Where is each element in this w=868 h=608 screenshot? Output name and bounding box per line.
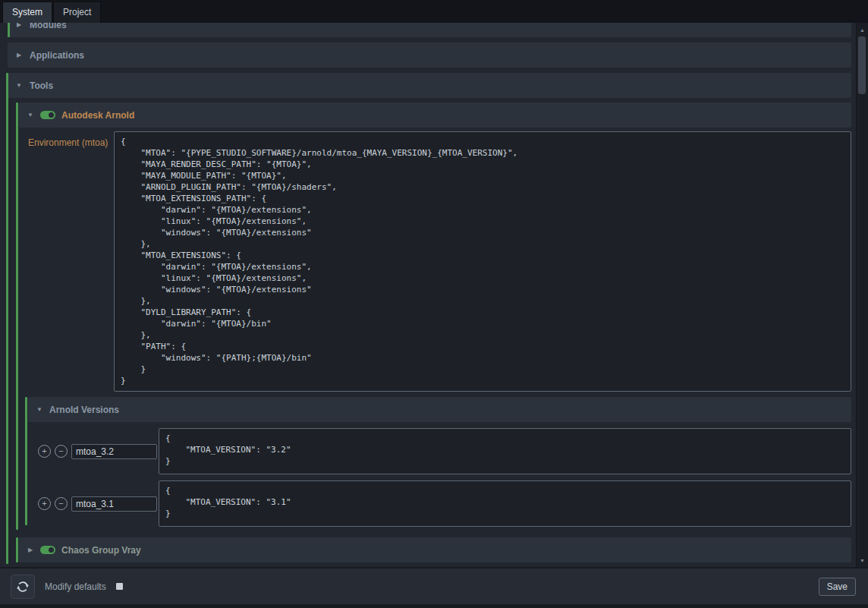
modify-defaults-label: Modify defaults [45,581,106,592]
settings-window: System Project ▶ Modules ▶ Applications … [0,0,868,608]
arrow-up-icon: ▲ [860,27,865,33]
add-item-button[interactable]: + [38,497,51,510]
version-row-controls: + − [28,444,157,459]
section-header-applications[interactable]: ▶ Applications [8,43,851,68]
tools-body: ▼ Autodesk Arnold Environment (mtoa) { "… [8,98,851,567]
arrow-down-icon: ▼ [860,558,865,563]
arnold-enabled-toggle[interactable] [40,111,55,119]
footer-bar: Modify defaults Save [0,567,868,608]
chevron-right-icon: ▶ [27,547,34,553]
section-label-applications: Applications [30,50,84,61]
chevron-down-icon: ▼ [15,82,23,89]
vertical-scrollbar[interactable]: ▲ ▼ [856,23,868,567]
tab-project[interactable]: Project [53,2,101,23]
group-header-autodesk-arnold[interactable]: ▼ Autodesk Arnold [19,102,851,128]
group-header-chaos-group-vray[interactable]: ▶ Chaos Group Vray [19,537,851,562]
version-json-textarea[interactable]: { "MTOA_VERSION": "3.1" } [159,480,851,527]
section-label-modules: Modules [30,23,67,30]
vray-enabled-toggle[interactable] [40,546,55,554]
group-label-chaos-group-vray: Chaos Group Vray [61,545,141,556]
tab-system[interactable]: System [2,2,52,23]
chevron-down-icon: ▼ [36,406,43,413]
scroll-down-button[interactable]: ▼ [857,555,868,565]
add-item-button[interactable]: + [38,445,51,458]
group-arnold-versions: ▼ Arnold Versions + − { "MTOA_VERSION": … [28,397,851,527]
section-header-modules[interactable]: ▶ Modules [8,23,851,37]
scroll-up-button[interactable]: ▲ [857,24,868,35]
version-key-input[interactable] [71,496,157,512]
settings-scroll-area: ▶ Modules ▶ Applications ▼ Tools ▼ Autod… [0,23,856,567]
group-label-autodesk-arnold: Autodesk Arnold [61,110,134,121]
save-button[interactable]: Save [819,578,856,596]
arnold-body: Environment (mtoa) { "MTOA": "{PYPE_STUD… [19,128,851,531]
section-header-tools[interactable]: ▼ Tools [8,73,851,98]
chevron-right-icon: ▶ [15,52,23,58]
group-header-arnold-versions[interactable]: ▼ Arnold Versions [28,397,851,422]
version-row-mtoa-3-2: + − { "MTOA_VERSION": "3.2" } [28,428,851,474]
version-row-mtoa-3-1: + − { "MTOA_VERSION": "3.1" } [28,480,851,527]
remove-item-button[interactable]: − [55,445,68,458]
section-tools: ▼ Tools ▼ Autodesk Arnold Environment (m… [8,73,851,567]
refresh-icon [16,580,30,594]
group-label-arnold-versions: Arnold Versions [49,405,119,415]
remove-item-button[interactable]: − [55,497,68,510]
modify-defaults-checkbox[interactable] [116,583,123,590]
group-autodesk-arnold: ▼ Autodesk Arnold Environment (mtoa) { "… [19,102,851,531]
environment-label: Environment (mtoa) [28,131,114,148]
version-row-controls: + − [28,496,157,512]
section-label-tools: Tools [30,80,53,91]
environment-field-row: Environment (mtoa) { "MTOA": "{PYPE_STUD… [28,131,851,392]
version-key-input[interactable] [71,444,157,459]
scrollbar-thumb[interactable] [858,36,866,94]
refresh-button[interactable] [11,575,35,599]
tab-bar: System Project [0,0,868,23]
chevron-right-icon: ▶ [15,23,23,28]
environment-json-textarea[interactable]: { "MTOA": "{PYPE_STUDIO_SOFTWARE}/arnold… [114,131,851,392]
chevron-down-icon: ▼ [27,112,34,118]
version-json-textarea[interactable]: { "MTOA_VERSION": "3.2" } [159,428,851,474]
